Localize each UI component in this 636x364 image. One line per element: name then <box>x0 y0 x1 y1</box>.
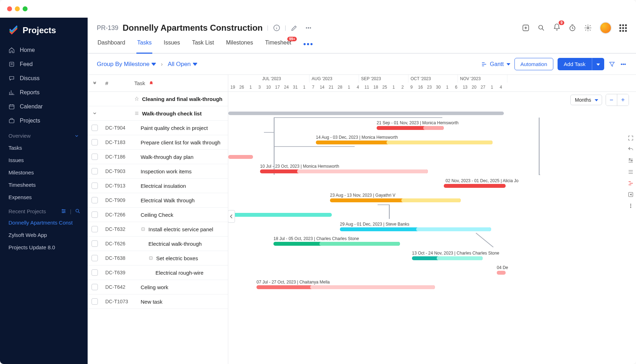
nav-item-feed[interactable]: Feed <box>0 57 88 71</box>
collapse-grid-handle[interactable] <box>228 210 235 223</box>
task-row[interactable]: Cleaning and final walk-through <box>88 92 228 106</box>
nav-item-reports[interactable]: Reports <box>0 85 88 100</box>
overview-item-milestones[interactable]: Milestones <box>0 166 88 179</box>
more-icon[interactable] <box>305 24 312 32</box>
info-icon[interactable] <box>273 24 281 32</box>
task-checkbox[interactable] <box>92 168 98 174</box>
expand-all-icon[interactable] <box>92 81 97 86</box>
window-min-dot[interactable] <box>15 6 20 11</box>
gantt-bar[interactable] <box>228 112 504 115</box>
task-row[interactable]: DC-T1073New task <box>88 294 228 309</box>
fullscreen-icon[interactable] <box>628 135 634 141</box>
task-checkbox[interactable] <box>92 139 98 145</box>
chevron-down-icon[interactable] <box>92 111 97 116</box>
task-row[interactable]: DC-T909Electrical Walk through <box>88 193 228 208</box>
zoom-out-button[interactable]: − <box>606 94 617 106</box>
view-dropdown[interactable]: Gantt <box>481 61 510 67</box>
export-icon[interactable] <box>628 191 634 198</box>
overview-item-expenses[interactable]: Expenses <box>0 191 88 203</box>
critical-path-icon[interactable] <box>628 180 634 186</box>
notifications-button[interactable]: 9 <box>553 23 561 32</box>
task-row[interactable]: DC-T183Prepare client list for walk thro… <box>88 135 228 150</box>
add-icon[interactable] <box>522 24 530 32</box>
overview-section-header[interactable]: Overview <box>0 128 88 142</box>
gantt-chart[interactable]: JUL '2023AUG '2023SEP '2023OCT '2023NOV … <box>228 75 636 364</box>
svg-point-14 <box>587 27 589 29</box>
undo-icon[interactable] <box>628 146 634 153</box>
automation-button[interactable]: Automation <box>514 58 553 70</box>
task-checkbox[interactable] <box>92 284 98 290</box>
settings-sliders-icon[interactable] <box>628 157 634 164</box>
task-row[interactable]: DC-T642Celing work <box>88 280 228 294</box>
task-row[interactable]: DC-T913Electrical insulation <box>88 179 228 193</box>
task-checkbox[interactable] <box>92 197 98 203</box>
tab-issues[interactable]: Issues <box>163 37 181 53</box>
task-row[interactable]: Walk-through check list <box>88 106 228 121</box>
task-checkbox[interactable] <box>92 240 98 247</box>
day-header: 27 <box>478 83 487 92</box>
task-row[interactable]: DC-T903Inspection work items <box>88 164 228 179</box>
window-close-dot[interactable] <box>7 6 12 11</box>
task-row[interactable]: DC-T186Walk-through day plan <box>88 150 228 164</box>
task-row[interactable]: DC-T632Install electric service panel <box>88 222 228 237</box>
apps-launcher-icon[interactable] <box>619 24 627 32</box>
zoom-in-button[interactable]: + <box>617 94 629 106</box>
recent-project-item[interactable]: Donnelly Apartments Const <box>0 216 88 229</box>
overview-item-tasks[interactable]: Tasks <box>0 142 88 154</box>
sidebar: Projects HomeFeedDiscussReportsCalendarP… <box>0 18 88 364</box>
task-row[interactable]: DC-T639Electrical rough-wire <box>88 265 228 280</box>
nav-item-projects[interactable]: Projects <box>0 114 88 128</box>
more-vertical-icon[interactable] <box>628 203 634 209</box>
recent-project-item[interactable]: Projects Update 8.0 <box>0 241 88 253</box>
add-task-caret[interactable] <box>592 58 604 70</box>
settings-sliders-icon[interactable] <box>61 208 66 214</box>
svg-point-10 <box>310 28 311 29</box>
day-header: 1 <box>389 83 398 92</box>
task-checkbox[interactable] <box>92 154 98 160</box>
task-row[interactable]: DC-T626Electrical walk-through <box>88 237 228 251</box>
overview-item-timesheets[interactable]: Timesheets <box>0 179 88 191</box>
gantt-bar[interactable] <box>497 271 506 275</box>
gantt-bar[interactable] <box>228 213 332 217</box>
task-checkbox[interactable] <box>92 269 98 276</box>
list-icon[interactable] <box>628 169 634 175</box>
filter-dropdown[interactable]: All Open <box>168 61 197 68</box>
right-rail <box>625 135 636 209</box>
task-checkbox[interactable] <box>92 298 98 305</box>
add-task-button[interactable]: Add Task <box>558 58 592 70</box>
tabs-more-icon[interactable]: ••• <box>302 37 314 53</box>
gantt-bar[interactable] <box>228 155 253 159</box>
window-max-dot[interactable] <box>23 6 28 11</box>
task-checkbox[interactable] <box>92 226 98 232</box>
task-checkbox[interactable] <box>92 255 98 261</box>
search-icon[interactable] <box>75 208 81 214</box>
nav-item-discuss[interactable]: Discuss <box>0 71 88 85</box>
tab-task-list[interactable]: Task List <box>191 37 214 53</box>
search-icon[interactable] <box>537 24 545 32</box>
task-row[interactable]: DC-T266Ceiling Check <box>88 208 228 222</box>
edit-icon[interactable] <box>290 24 298 32</box>
tab-timesheet[interactable]: Timesheet99+ <box>264 37 292 53</box>
user-avatar[interactable] <box>600 22 612 34</box>
filter-icon[interactable] <box>608 61 616 68</box>
task-checkbox[interactable] <box>92 125 98 131</box>
tab-tasks[interactable]: Tasks <box>136 37 152 53</box>
more-horizontal-icon[interactable] <box>620 61 627 68</box>
recent-project-item[interactable]: Zylsoft Web App <box>0 229 88 241</box>
overview-item-issues[interactable]: Issues <box>0 154 88 166</box>
task-row[interactable]: DC-T638Set electric boxes <box>88 251 228 265</box>
tab-dashboard[interactable]: Dashboard <box>97 37 126 53</box>
group-by-dropdown[interactable]: Group By Milestone <box>97 61 156 68</box>
task-row[interactable]: DC-T904Paint quality check in project <box>88 121 228 135</box>
nav-item-calendar[interactable]: Calendar <box>0 100 88 114</box>
gear-icon[interactable] <box>584 24 592 32</box>
gantt-bar[interactable] <box>444 184 506 188</box>
alert-bell-icon[interactable] <box>149 81 154 86</box>
nav-item-home[interactable]: Home <box>0 43 88 57</box>
task-checkbox[interactable] <box>92 183 98 189</box>
tab-milestones[interactable]: Milestones <box>225 37 254 53</box>
time-unit-select[interactable]: Months <box>570 95 602 105</box>
task-checkbox[interactable] <box>92 211 98 218</box>
timer-icon[interactable] <box>569 24 576 32</box>
svg-point-12 <box>539 25 543 29</box>
